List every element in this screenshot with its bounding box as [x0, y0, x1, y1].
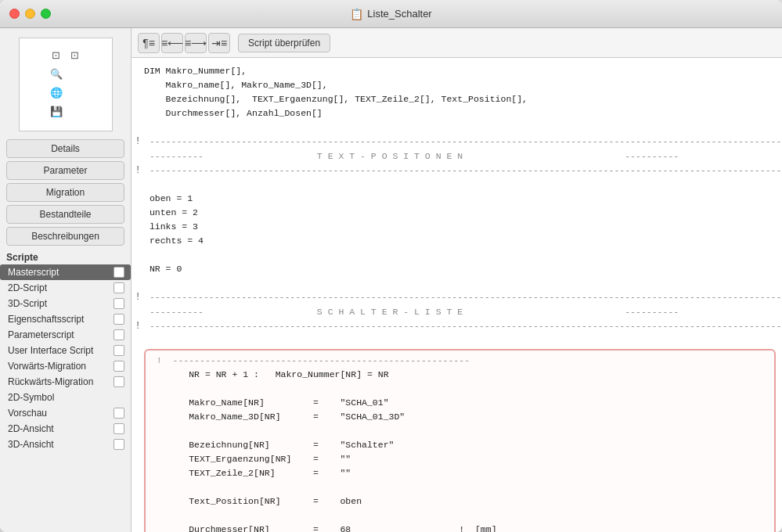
beschreibungen-button[interactable]: Beschreibungen — [6, 227, 124, 246]
line-content: DIM Makro_Nummer[], — [144, 64, 782, 78]
sidebar-item-vorwaerts[interactable]: Vorwärts-Migration — [0, 358, 131, 374]
editor-line: Makro_Name[NR] = "SCHA_01" — [146, 396, 774, 410]
vorschau-checkbox[interactable] — [114, 408, 124, 419]
line-content: oben = 1 — [144, 192, 782, 206]
sidebar-item-ui-script[interactable]: User Interface Script — [0, 343, 131, 358]
toolbar-icon-1[interactable]: ¶≡ — [138, 33, 160, 53]
editor-line: rechts = 4 — [132, 234, 782, 248]
line-gutter — [132, 92, 144, 106]
tool-icon-5[interactable]: 💾 — [49, 103, 64, 119]
line-content: ! --------------------------------------… — [146, 354, 774, 368]
3dansicht-label: 3D-Ansicht — [8, 439, 54, 450]
line-content: TEXT_Zeile_2[NR] = "" — [146, 466, 774, 480]
parameterscript-checkbox[interactable] — [114, 329, 124, 340]
check-script-button[interactable]: Script überprüfen — [238, 34, 330, 52]
editor-line — [132, 276, 782, 290]
line-gutter: ! — [132, 290, 144, 305]
sidebar-item-rueckwaerts[interactable]: Rückwärts-Migration — [0, 374, 131, 390]
title-text: Liste_Schalter — [367, 8, 431, 20]
editor-line: NR = 0 — [132, 262, 782, 276]
line-gutter — [132, 248, 144, 262]
editor-line — [132, 248, 782, 262]
window-controls — [9, 9, 51, 19]
eigenschaftsscript-checkbox[interactable] — [114, 314, 124, 325]
editor-line: Text_Position[NR] = oben — [146, 494, 774, 509]
line-content — [144, 248, 782, 262]
3dscript-checkbox[interactable] — [114, 298, 124, 309]
toolbar-icon-2[interactable]: ≡⟵ — [161, 33, 183, 53]
editor-line: NR = NR + 1 : Makro_Nummer[NR] = NR — [146, 368, 774, 382]
close-button[interactable] — [9, 9, 20, 19]
sidebar-item-2dscript[interactable]: 2D-Script — [0, 280, 131, 296]
window-title: 📋 Liste_Schalter — [350, 8, 431, 20]
sidebar-item-3dscript[interactable]: 3D-Script — [0, 296, 131, 311]
line-content: ---------- T E X T - P O S I T O N E N -… — [144, 149, 782, 164]
line-content: Durchmesser[NR] = 68 ! [mm] — [146, 523, 774, 532]
eigenschaftsscript-label: Eigenschaftsscript — [8, 314, 84, 325]
line-content — [144, 120, 782, 135]
tool-icon-3[interactable]: 🔍 — [49, 66, 64, 81]
tool-icon-4[interactable]: 🌐 — [49, 84, 64, 100]
line-gutter — [132, 178, 144, 192]
sidebar-item-2dsymbol[interactable]: 2D-Symbol — [0, 390, 131, 405]
vorwaerts-checkbox[interactable] — [114, 361, 124, 372]
bestandteile-button[interactable]: Bestandteile — [6, 205, 124, 224]
2dscript-label: 2D-Script — [8, 282, 47, 293]
line-gutter — [132, 262, 144, 276]
details-button[interactable]: Details — [6, 139, 124, 158]
maximize-button[interactable] — [41, 9, 51, 19]
editor-line: Bezeichnung[NR] = "Schalter" — [146, 438, 774, 452]
masterscript-checkbox[interactable] — [114, 267, 124, 278]
3dansicht-checkbox[interactable] — [114, 439, 124, 450]
line-content — [146, 424, 774, 438]
line-gutter: ! — [132, 135, 144, 149]
line-content — [144, 333, 782, 347]
ui-script-checkbox[interactable] — [114, 345, 124, 356]
script-editor[interactable]: DIM Makro_Nummer[], Makro_name[], Makro_… — [132, 58, 782, 532]
line-content: Bezeichnung[], TEXT_Ergaenzung[], TEXT_Z… — [144, 92, 782, 106]
line-gutter — [132, 78, 144, 92]
line-content: Makro_Name[NR] = "SCHA_01" — [146, 396, 774, 410]
line-gutter — [132, 192, 144, 206]
vorwaerts-label: Vorwärts-Migration — [8, 361, 86, 372]
sidebar-item-3dansicht[interactable]: 3D-Ansicht — [0, 437, 131, 452]
main-window: 📋 Liste_Schalter ⊡ ⊡ 🔍 🌐 💾 Details — [0, 0, 782, 532]
toolbar-icon-3[interactable]: ≡⟶ — [185, 33, 207, 53]
line-content: Bezeichnung[NR] = "Schalter" — [146, 438, 774, 452]
line-gutter — [132, 276, 144, 290]
highlight-block: ! --------------------------------------… — [144, 349, 776, 532]
line-content: ---------- S C H A L T E R - L I S T E -… — [144, 305, 782, 319]
migration-button[interactable]: Migration — [6, 183, 124, 202]
sidebar-tool-icons: ⊡ ⊡ 🔍 🌐 💾 — [42, 44, 89, 122]
editor-line: unten = 2 — [132, 206, 782, 220]
line-content — [144, 178, 782, 192]
editor-line — [132, 178, 782, 192]
line-content — [146, 480, 774, 494]
line-gutter — [132, 120, 144, 135]
toolbar-icon-4[interactable]: ⇥≡ — [208, 33, 230, 53]
line-gutter — [132, 149, 144, 164]
sidebar-item-vorschau[interactable]: Vorschau — [0, 405, 131, 421]
2dansicht-checkbox[interactable] — [114, 423, 124, 434]
sidebar-item-eigenschaftsscript[interactable]: Eigenschaftsscript — [0, 311, 131, 327]
editor-line: Durchmesser[], Anzahl_Dosen[] — [132, 106, 782, 120]
vorschau-label: Vorschau — [8, 408, 47, 419]
editor-line-separator: ! --------------------------------------… — [132, 319, 782, 334]
rueckwaerts-checkbox[interactable] — [114, 376, 124, 387]
editor-line: DIM Makro_Nummer[], — [132, 64, 782, 78]
tool-icon-1[interactable]: ⊡ — [49, 47, 64, 63]
line-content: NR = 0 — [144, 262, 782, 276]
sidebar-item-masterscript[interactable]: Masterscript — [0, 264, 131, 280]
line-content: links = 3 — [144, 220, 782, 234]
editor-line — [146, 480, 774, 494]
minimize-button[interactable] — [25, 9, 35, 19]
parameter-button[interactable]: Parameter — [6, 161, 124, 180]
editor-line-comment: ---------- T E X T - P O S I T O N E N -… — [132, 149, 782, 164]
editor-line — [146, 509, 774, 523]
2dscript-checkbox[interactable] — [114, 282, 124, 293]
sidebar-item-parameterscript[interactable]: Parameterscript — [0, 327, 131, 343]
editor-line: oben = 1 — [132, 192, 782, 206]
line-gutter — [132, 234, 144, 248]
tool-icon-2[interactable]: ⊡ — [67, 47, 83, 63]
sidebar-item-2dansicht[interactable]: 2D-Ansicht — [0, 421, 131, 437]
